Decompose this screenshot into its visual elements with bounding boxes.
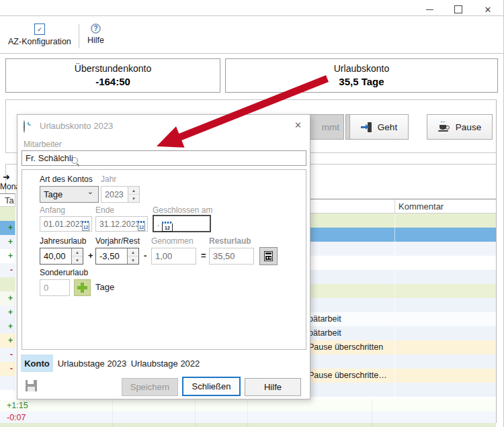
- table-row[interactable]: [306, 298, 497, 312]
- tab-konto[interactable]: Konto: [21, 354, 53, 372]
- art-des-kontos-label: Art des Kontos: [40, 175, 93, 184]
- jahresurlaub-spin-buttons[interactable]: ▲ ▼: [71, 248, 83, 264]
- table-row-stub[interactable]: [0, 277, 15, 291]
- calendar-icon[interactable]: 12: [162, 222, 173, 232]
- az-konfiguration-label: AZ-Konfiguration: [8, 37, 71, 46]
- close-button[interactable]: ✕: [478, 3, 498, 16]
- minimize-button[interactable]: [419, 3, 439, 16]
- anfang-date-input[interactable]: 01.01.2023 12: [40, 216, 92, 232]
- mitarbeiter-input[interactable]: Fr. Schälchli: [22, 150, 306, 166]
- jahresurlaub-spinner[interactable]: 40,00 ▲ ▼: [40, 248, 83, 265]
- table-row[interactable]: [306, 284, 497, 298]
- kommentar-header-row: Kommentar: [306, 199, 497, 214]
- table-row[interactable]: [0, 423, 496, 427]
- az-konfiguration-icon: ✓: [34, 23, 45, 35]
- table-row-stub[interactable]: +: [0, 249, 15, 263]
- overtime-panel: Überstundenkonto -164:50: [5, 58, 220, 93]
- vacation-value: 35,5 Tage: [226, 76, 497, 87]
- geschlossen-am-date-input[interactable]: . . 12: [153, 215, 211, 232]
- table-row[interactable]: [306, 214, 497, 228]
- tab-urlaubstage-2023[interactable]: Urlaubstage 2023: [56, 354, 128, 372]
- table-row[interactable]: [306, 383, 497, 397]
- table-row-stub[interactable]: [0, 390, 15, 399]
- plus-icon: [77, 283, 87, 293]
- save-icon-button[interactable]: [23, 377, 39, 394]
- next-month-arrow-icon[interactable]: ➜: [3, 172, 10, 182]
- clock-icon: [24, 120, 25, 133]
- tab-urlaubstage-2022[interactable]: Urlaubstage 2022: [130, 354, 201, 372]
- dialog-close-icon[interactable]: ✕: [294, 120, 302, 130]
- formula-plus-sign: +: [88, 250, 93, 260]
- hilfe-toolbar-label: Hilfe: [87, 36, 104, 45]
- hilfe-button[interactable]: Hilfe: [245, 378, 301, 396]
- table-row-stub[interactable]: -: [0, 348, 15, 362]
- table-row[interactable]: Pause überschritte…: [306, 369, 497, 383]
- table-row-stub[interactable]: +: [0, 221, 15, 235]
- hilfe-toolbar-button[interactable]: ? Hilfe: [83, 22, 108, 46]
- table-row[interactable]: Pause überschritten: [306, 340, 497, 354]
- table-row-stub[interactable]: [0, 207, 15, 221]
- time-sign: -: [10, 350, 13, 359]
- pause-button[interactable]: Pause: [427, 114, 493, 140]
- jahr-label: Jahr: [101, 175, 116, 184]
- table-row-stub[interactable]: -: [0, 362, 15, 376]
- kommentar-column-header: Kommentar: [398, 201, 444, 211]
- ende-date-input[interactable]: 31.12.2023 12: [95, 216, 148, 232]
- overtime-title: Überstundenkonto: [6, 63, 220, 74]
- table-row[interactable]: +1:15: [0, 399, 496, 412]
- schliessen-button[interactable]: Schließen: [182, 377, 241, 396]
- table-row-stub[interactable]: +: [0, 291, 15, 305]
- table-row[interactable]: pätarbeit: [306, 312, 497, 326]
- table-row[interactable]: [306, 354, 497, 369]
- table-row-stub[interactable]: +: [0, 320, 15, 334]
- time-sign: +: [8, 322, 13, 331]
- add-sonderurlaub-button[interactable]: [74, 279, 91, 296]
- genommen-label: Genommen: [151, 236, 194, 246]
- calculator-icon: [264, 251, 273, 261]
- vorjahr-rest-spinner[interactable]: -3,50 ▲ ▼: [95, 248, 139, 265]
- table-row-stub[interactable]: +: [0, 334, 15, 348]
- maximize-button[interactable]: [448, 3, 468, 16]
- time-balance-value: -0:07: [7, 413, 26, 422]
- table-row-stub[interactable]: +: [0, 305, 15, 320]
- time-sign: +: [8, 336, 13, 345]
- row-comment-text: Pause überschritte…: [308, 371, 387, 380]
- table-row-stub[interactable]: +: [0, 235, 15, 249]
- time-sign: +: [8, 307, 13, 317]
- calculate-button[interactable]: [259, 247, 278, 265]
- jahr-spinner[interactable]: 2023 ▲ ▼: [101, 186, 140, 203]
- table-row[interactable]: [306, 228, 497, 242]
- table-row[interactable]: -0:07: [0, 412, 496, 423]
- chevron-down-icon: ⌄: [87, 187, 93, 196]
- time-sign: +: [8, 223, 13, 232]
- help-icon: ?: [91, 23, 101, 34]
- table-row[interactable]: [306, 256, 497, 270]
- door-exit-icon: [361, 122, 372, 132]
- row-comment-text: Pause überschritten: [308, 342, 383, 352]
- time-sign: +: [8, 293, 13, 303]
- titlebar-divider: [0, 15, 504, 16]
- table-row[interactable]: [306, 270, 497, 284]
- kommt-button-label: mmt: [322, 122, 339, 132]
- spin-down-icon[interactable]: ▼: [128, 195, 139, 202]
- calendar-icon[interactable]: 12: [138, 221, 145, 231]
- minimize-icon: [426, 9, 433, 10]
- az-konfiguration-button[interactable]: ✓ AZ-Konfiguration: [4, 22, 75, 48]
- art-des-kontos-select[interactable]: Tage ⌄: [40, 186, 99, 203]
- calendar-icon[interactable]: 12: [82, 221, 89, 231]
- formula-equals-sign: =: [201, 250, 206, 260]
- vorjahr-spin-buttons[interactable]: ▲ ▼: [127, 248, 138, 264]
- spin-up-icon[interactable]: ▲: [128, 187, 139, 195]
- tag-column-header: Ta: [0, 193, 15, 207]
- search-icon[interactable]: [71, 156, 80, 166]
- sonderurlaub-input[interactable]: 0: [40, 279, 70, 296]
- table-row-stub[interactable]: -: [0, 263, 15, 277]
- close-icon: ✕: [485, 5, 492, 15]
- pause-button-label: Pause: [456, 122, 481, 132]
- geht-button[interactable]: Geht: [349, 114, 409, 140]
- table-row[interactable]: [306, 242, 497, 256]
- anfang-label: Anfang: [40, 205, 65, 215]
- table-row-stub[interactable]: [0, 376, 15, 390]
- table-row[interactable]: pätarbeit: [306, 326, 497, 340]
- jahr-spin-buttons[interactable]: ▲ ▼: [128, 187, 139, 202]
